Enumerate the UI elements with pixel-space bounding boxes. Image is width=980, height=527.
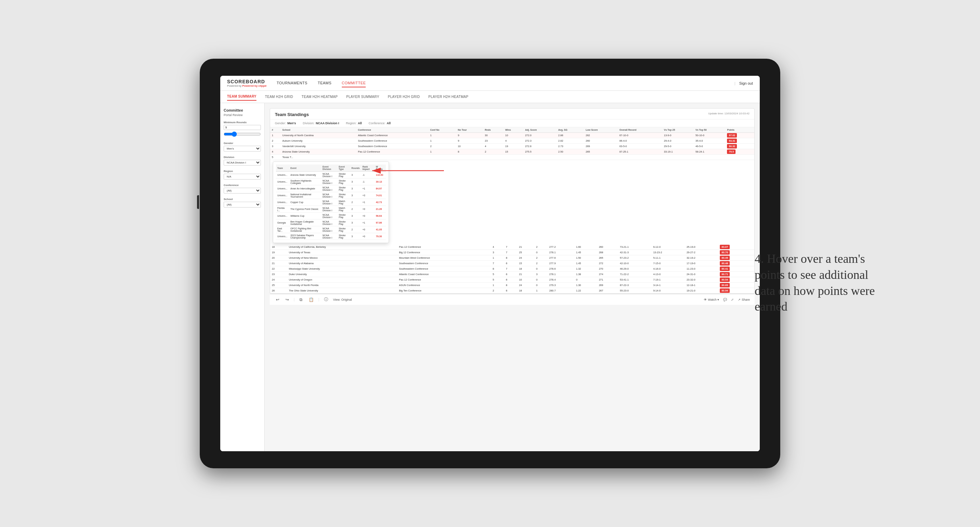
cell-low_score: 270 [597,266,618,272]
sidebar-school: School (All) [224,198,261,208]
cell-avg_sg: 1.60 [574,244,597,250]
cell-rank: 5 [270,155,281,160]
sub-nav-team-h2h-heatmap[interactable]: TEAM H2H HEATMAP [302,93,338,100]
region-select[interactable]: N/A [224,174,261,179]
cell-avg_sg: 1.50 [574,255,597,261]
table-row[interactable]: 26The Ohio State UniversityBig Ten Confe… [270,288,754,294]
expand-button[interactable]: ⤢ [731,298,734,302]
cell-rnds: 24 [517,283,535,288]
cell-adj_score: 277.9 [548,261,574,266]
table-row[interactable]: 19University of TexasBig 12 Conference37… [270,250,754,255]
points-value[interactable]: 80.89 [720,283,730,287]
sub-nav-team-summary[interactable]: TEAM SUMMARY [227,93,256,101]
share-button[interactable]: ↗ Share [738,298,750,302]
sub-nav-player-summary[interactable]: PLAYER SUMMARY [346,93,379,100]
points-value[interactable]: 80.71 [720,272,730,276]
division-select[interactable]: NCAA Division I [224,160,261,165]
cell-low_score: 267 [597,288,618,294]
cell-rnds: 15 [517,261,535,266]
col-rank: # [270,127,281,133]
sidebar-gender: Gender Men's [224,142,261,152]
tooltip-cell-division: NCAA Division I [321,172,337,178]
cell-low_score: 274 [597,272,618,277]
cell-rnds: 25 [517,250,535,255]
cell-conf_no: 1 [428,138,456,144]
table-row[interactable]: 23Duke UniversityAtlantic Coast Conferen… [270,272,754,277]
table-row[interactable]: 4Arizona State UniversityPac-12 Conferen… [270,149,754,155]
sign-out-link[interactable]: Sign out [739,81,753,85]
gender-select[interactable]: Men's [224,146,261,152]
cell-overall: 42-10-0 [618,261,652,266]
points-value[interactable]: 80.54 [720,278,730,282]
redo-button[interactable]: ↪ [284,297,290,303]
nav-teams[interactable]: TEAMS [318,79,331,87]
cell-vs50: 19-21-0 [685,288,718,294]
table-row[interactable]: 21University of AlabamaSoutheastern Conf… [270,261,754,266]
table-row[interactable]: 25University of North FloridaASUN Confer… [270,283,754,288]
cell-wins: 0 [535,277,548,283]
sub-navigation: TEAM SUMMARY TEAM H2H GRID TEAM H2H HEAT… [220,91,760,103]
points-value[interactable]: 83.07 [720,245,730,249]
points-value[interactable]: 79.5 [727,149,735,154]
cell-vs50: 24-31-0 [685,272,718,277]
tooltip-cell-event: 2023 Sahalee Players Championship [289,233,321,240]
min-rounds-slider[interactable] [224,132,261,137]
tooltip-cell-team: Univers... [276,192,289,199]
col-conference: Conference [356,127,428,133]
table-row[interactable]: 5Texas T... [270,155,754,160]
info-button[interactable]: ⓘ [323,296,329,303]
points-value[interactable]: 93.31 [727,138,737,143]
cell-overall: 46-29-0 [618,266,652,272]
tooltip-cell-team: Univers... [276,199,289,206]
sub-nav-team-h2h-grid[interactable]: TEAM H2H GRID [265,93,293,100]
points-value[interactable]: 80.94 [720,289,730,293]
cell-school: University of North Carolina [281,133,356,138]
cell-conference: Pac-12 Conference [356,149,428,155]
tooltip-cell-team: Univers... [276,213,289,219]
points-value[interactable]: 90.32 [727,144,737,148]
cell-low_score: 260 [584,138,618,144]
points-value[interactable]: 80.70 [720,250,730,255]
comment-button[interactable]: 💬 [723,298,727,302]
tooltip-row: East Tar...OFCC Fighting Illini Invitati… [276,226,386,233]
eye-icon: 👁 [704,298,707,302]
cell-rnds: 21 [517,272,535,277]
min-rounds-input[interactable] [224,125,261,130]
sub-nav-player-h2h-heatmap[interactable]: PLAYER H2H HEATMAP [428,93,468,100]
col-vs50: Vs Top 50 [694,127,725,133]
nav-committee[interactable]: COMMITTEE [342,79,366,87]
cell-rank: 18 [270,244,287,250]
paste-button[interactable]: 📋 [307,297,315,303]
table-row[interactable]: 1University of North CarolinaAtlantic Co… [270,133,754,138]
watch-button[interactable]: 👁 Watch ▾ [704,298,719,302]
table-row[interactable]: 22Mississippi State UniversitySoutheaste… [270,266,754,272]
table-row[interactable]: 2Auburn UniversitySoutheastern Conferenc… [270,138,754,144]
sub-nav-player-h2h-grid[interactable]: PLAYER H2H GRID [388,93,420,100]
cell-wins: 10 [504,133,523,138]
conference-select[interactable]: (All) [224,188,261,194]
tooltip-cell-points: 42.73 [375,199,386,206]
cell-low_score: 260 [597,244,618,250]
points-value[interactable]: 80.41 [720,267,730,271]
cell-low_score [584,155,618,160]
cell-no_tour: 10 [456,144,483,149]
nav-tournaments[interactable]: TOURNAMENTS [277,79,307,87]
points-value[interactable]: 80.48 [720,261,730,265]
panel-header: Team Standings Update time: 13/03/2024 1… [270,108,754,119]
table-row[interactable]: 3Vanderbilt UniversitySoutheastern Confe… [270,144,754,149]
points-value[interactable]: 80.49 [720,256,730,260]
undo-button[interactable]: ↩ [275,297,281,303]
school-select[interactable]: (All) [224,202,261,208]
col-no-tour: No Tour [456,127,483,133]
view-label[interactable]: View: Original [333,298,352,302]
tooltip-cell-rank: +1 [361,185,374,192]
cell-low_score: 272 [597,261,618,266]
table-row[interactable]: 20University of New MexicoMountain West … [270,255,754,261]
copy-button[interactable]: ⧉ [298,297,304,303]
table-row[interactable]: 24University of OregonPac-12 Conference5… [270,277,754,283]
points-value[interactable]: 97.02 [727,133,737,138]
cell-points[interactable] [725,155,754,160]
tooltip-col-rounds: Rounds [350,165,361,172]
cell-overall: 71-22-2 [618,272,652,277]
table-row[interactable]: 18University of California, BerkeleyPac-… [270,244,754,250]
